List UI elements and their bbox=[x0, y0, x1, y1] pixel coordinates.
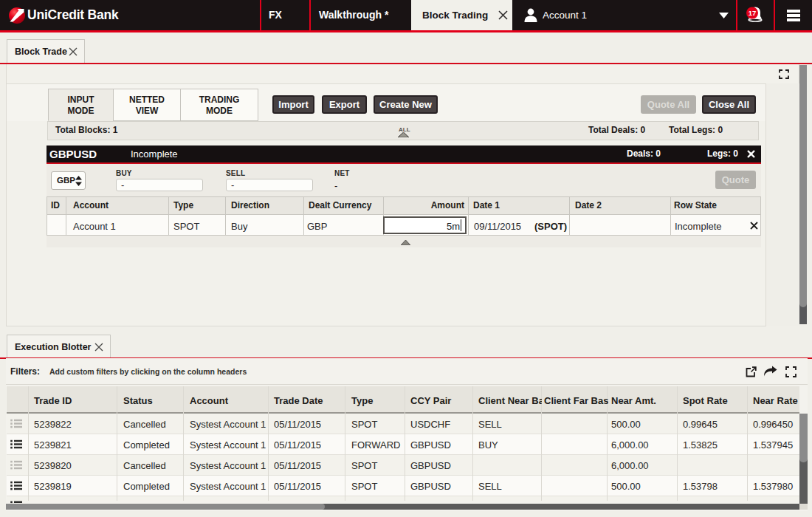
svg-text:17: 17 bbox=[749, 9, 757, 17]
